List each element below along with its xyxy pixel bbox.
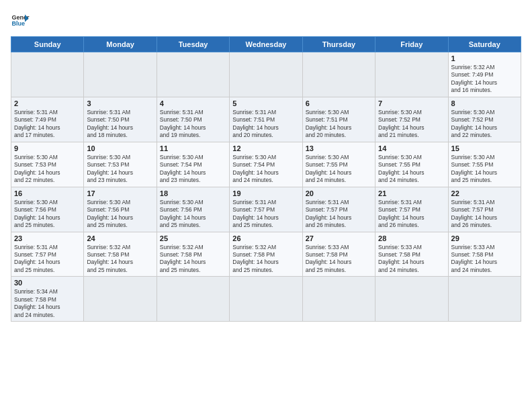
calendar-cell: 2Sunrise: 5:31 AM Sunset: 7:49 PM Daylig… [11, 97, 84, 142]
calendar-cell: 25Sunrise: 5:32 AM Sunset: 7:58 PM Dayli… [157, 232, 229, 277]
day-number: 30 [14, 279, 81, 287]
calendar-cell: 20Sunrise: 5:31 AM Sunset: 7:57 PM Dayli… [302, 187, 375, 232]
calendar-cell [84, 52, 157, 97]
day-number: 18 [160, 189, 226, 197]
day-info: Sunrise: 5:32 AM Sunset: 7:58 PM Dayligh… [160, 244, 226, 275]
day-number: 14 [378, 144, 445, 152]
calendar-header: SundayMondayTuesdayWednesdayThursdayFrid… [11, 37, 521, 52]
calendar-cell: 10Sunrise: 5:30 AM Sunset: 7:53 PM Dayli… [84, 142, 157, 187]
page: General Blue SundayMondayTuesdayWednesda… [0, 0, 532, 411]
day-number: 1 [451, 54, 518, 62]
day-number: 25 [160, 234, 226, 242]
day-number: 10 [87, 144, 153, 152]
day-number: 8 [451, 99, 518, 107]
day-info: Sunrise: 5:32 AM Sunset: 7:58 PM Dayligh… [87, 244, 153, 275]
day-number: 11 [160, 144, 226, 152]
calendar-cell: 15Sunrise: 5:30 AM Sunset: 7:55 PM Dayli… [448, 142, 521, 187]
calendar-cell: 13Sunrise: 5:30 AM Sunset: 7:55 PM Dayli… [302, 142, 375, 187]
calendar-cell [375, 277, 448, 322]
calendar-cell: 7Sunrise: 5:30 AM Sunset: 7:52 PM Daylig… [375, 97, 448, 142]
calendar-cell [84, 277, 157, 322]
weekday-tuesday: Tuesday [157, 37, 229, 52]
calendar-cell: 21Sunrise: 5:31 AM Sunset: 7:57 PM Dayli… [375, 187, 448, 232]
day-number: 16 [14, 189, 81, 197]
day-info: Sunrise: 5:31 AM Sunset: 7:57 PM Dayligh… [232, 199, 299, 230]
day-info: Sunrise: 5:30 AM Sunset: 7:53 PM Dayligh… [14, 154, 81, 185]
calendar-cell: 27Sunrise: 5:33 AM Sunset: 7:58 PM Dayli… [302, 232, 375, 277]
calendar-cell: 3Sunrise: 5:31 AM Sunset: 7:50 PM Daylig… [84, 97, 157, 142]
calendar-cell: 29Sunrise: 5:33 AM Sunset: 7:58 PM Dayli… [448, 232, 521, 277]
day-info: Sunrise: 5:31 AM Sunset: 7:57 PM Dayligh… [451, 199, 518, 230]
calendar-cell: 5Sunrise: 5:31 AM Sunset: 7:51 PM Daylig… [230, 97, 302, 142]
day-info: Sunrise: 5:30 AM Sunset: 7:52 PM Dayligh… [378, 109, 445, 140]
day-info: Sunrise: 5:30 AM Sunset: 7:52 PM Dayligh… [451, 109, 518, 140]
day-number: 19 [232, 189, 299, 197]
weekday-saturday: Saturday [448, 37, 521, 52]
logo-icon: General Blue [11, 11, 30, 30]
day-number: 23 [14, 234, 81, 242]
calendar-body: 1Sunrise: 5:32 AM Sunset: 7:49 PM Daylig… [11, 52, 521, 322]
calendar-cell: 8Sunrise: 5:30 AM Sunset: 7:52 PM Daylig… [448, 97, 521, 142]
day-info: Sunrise: 5:30 AM Sunset: 7:55 PM Dayligh… [378, 154, 445, 185]
calendar-cell: 6Sunrise: 5:30 AM Sunset: 7:51 PM Daylig… [302, 97, 375, 142]
day-number: 26 [232, 234, 299, 242]
day-info: Sunrise: 5:30 AM Sunset: 7:56 PM Dayligh… [160, 199, 226, 230]
day-number: 17 [87, 189, 153, 197]
calendar-table: SundayMondayTuesdayWednesdayThursdayFrid… [11, 36, 521, 322]
calendar-cell: 18Sunrise: 5:30 AM Sunset: 7:56 PM Dayli… [157, 187, 229, 232]
day-info: Sunrise: 5:31 AM Sunset: 7:50 PM Dayligh… [160, 109, 226, 140]
calendar-cell: 19Sunrise: 5:31 AM Sunset: 7:57 PM Dayli… [230, 187, 302, 232]
day-info: Sunrise: 5:31 AM Sunset: 7:57 PM Dayligh… [306, 199, 372, 230]
calendar-cell: 9Sunrise: 5:30 AM Sunset: 7:53 PM Daylig… [11, 142, 84, 187]
day-info: Sunrise: 5:31 AM Sunset: 7:57 PM Dayligh… [14, 244, 81, 275]
header: General Blue [11, 11, 521, 30]
calendar-cell: 12Sunrise: 5:30 AM Sunset: 7:54 PM Dayli… [230, 142, 302, 187]
day-number: 12 [232, 144, 299, 152]
calendar-cell: 14Sunrise: 5:30 AM Sunset: 7:55 PM Dayli… [375, 142, 448, 187]
calendar-cell: 1Sunrise: 5:32 AM Sunset: 7:49 PM Daylig… [448, 52, 521, 97]
week-row-4: 16Sunrise: 5:30 AM Sunset: 7:56 PM Dayli… [11, 187, 521, 232]
calendar-cell [230, 52, 302, 97]
calendar-cell: 30Sunrise: 5:34 AM Sunset: 7:58 PM Dayli… [11, 277, 84, 322]
day-info: Sunrise: 5:30 AM Sunset: 7:56 PM Dayligh… [87, 199, 153, 230]
weekday-header-row: SundayMondayTuesdayWednesdayThursdayFrid… [11, 37, 521, 52]
weekday-sunday: Sunday [11, 37, 84, 52]
logo: General Blue [11, 11, 30, 30]
day-number: 2 [14, 99, 81, 107]
day-number: 27 [306, 234, 372, 242]
day-info: Sunrise: 5:31 AM Sunset: 7:51 PM Dayligh… [232, 109, 299, 140]
calendar-cell [157, 277, 229, 322]
calendar-cell [11, 52, 84, 97]
week-row-3: 9Sunrise: 5:30 AM Sunset: 7:53 PM Daylig… [11, 142, 521, 187]
day-info: Sunrise: 5:30 AM Sunset: 7:55 PM Dayligh… [451, 154, 518, 185]
day-info: Sunrise: 5:30 AM Sunset: 7:56 PM Dayligh… [14, 199, 81, 230]
svg-text:Blue: Blue [11, 20, 25, 27]
calendar-cell: 17Sunrise: 5:30 AM Sunset: 7:56 PM Dayli… [84, 187, 157, 232]
calendar-cell [448, 277, 521, 322]
day-number: 4 [160, 99, 226, 107]
day-info: Sunrise: 5:30 AM Sunset: 7:55 PM Dayligh… [306, 154, 372, 185]
weekday-friday: Friday [375, 37, 448, 52]
week-row-5: 23Sunrise: 5:31 AM Sunset: 7:57 PM Dayli… [11, 232, 521, 277]
calendar-cell: 4Sunrise: 5:31 AM Sunset: 7:50 PM Daylig… [157, 97, 229, 142]
week-row-2: 2Sunrise: 5:31 AM Sunset: 7:49 PM Daylig… [11, 97, 521, 142]
day-info: Sunrise: 5:32 AM Sunset: 7:49 PM Dayligh… [451, 64, 518, 95]
day-number: 22 [451, 189, 518, 197]
day-info: Sunrise: 5:33 AM Sunset: 7:58 PM Dayligh… [451, 244, 518, 275]
weekday-monday: Monday [84, 37, 157, 52]
day-number: 21 [378, 189, 445, 197]
day-number: 20 [306, 189, 372, 197]
calendar-cell: 23Sunrise: 5:31 AM Sunset: 7:57 PM Dayli… [11, 232, 84, 277]
day-number: 28 [378, 234, 445, 242]
calendar-cell [375, 52, 448, 97]
day-info: Sunrise: 5:30 AM Sunset: 7:54 PM Dayligh… [232, 154, 299, 185]
day-info: Sunrise: 5:31 AM Sunset: 7:49 PM Dayligh… [14, 109, 81, 140]
day-info: Sunrise: 5:34 AM Sunset: 7:58 PM Dayligh… [14, 288, 81, 319]
week-row-6: 30Sunrise: 5:34 AM Sunset: 7:58 PM Dayli… [11, 277, 521, 322]
day-number: 24 [87, 234, 153, 242]
calendar-cell [157, 52, 229, 97]
day-number: 7 [378, 99, 445, 107]
calendar-cell [302, 52, 375, 97]
day-info: Sunrise: 5:30 AM Sunset: 7:53 PM Dayligh… [87, 154, 153, 185]
weekday-thursday: Thursday [302, 37, 375, 52]
